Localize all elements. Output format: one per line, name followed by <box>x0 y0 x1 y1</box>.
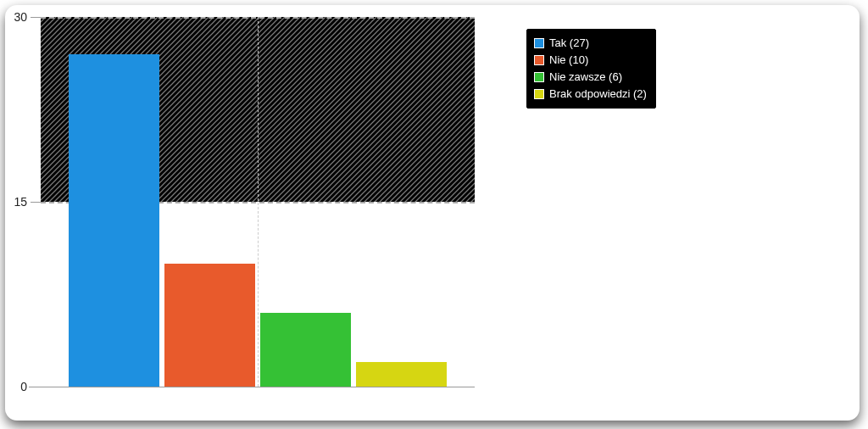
plot-area: 0 15 30 <box>41 17 475 387</box>
y-tick-label: 15 <box>14 195 27 209</box>
bar <box>69 54 159 387</box>
y-tick <box>31 387 41 387</box>
legend-label: Nie (10) <box>549 52 588 69</box>
bar <box>260 313 351 387</box>
legend-item: Tak (27) <box>534 35 647 52</box>
bar <box>356 362 447 387</box>
legend-label: Brak odpowiedzi (2) <box>549 86 647 103</box>
y-tick <box>31 202 41 203</box>
legend-item: Nie (10) <box>534 52 647 69</box>
y-tick <box>31 17 41 18</box>
legend-swatch <box>534 72 544 82</box>
gridline <box>41 17 475 19</box>
x-axis-baseline <box>29 387 475 387</box>
y-tick-label: 30 <box>14 10 27 24</box>
legend: Tak (27) Nie (10) Nie zawsze (6) Brak od… <box>526 29 656 109</box>
legend-swatch <box>534 38 544 48</box>
legend-item: Brak odpowiedzi (2) <box>534 86 647 103</box>
legend-label: Tak (27) <box>549 35 589 52</box>
legend-swatch <box>534 55 544 65</box>
chart-card: 0 15 30 Tak (27) Nie (10) Nie zawsze (6)… <box>5 5 860 421</box>
legend-item: Nie zawsze (6) <box>534 69 647 86</box>
bar <box>164 264 255 387</box>
y-tick-label: 0 <box>20 380 27 393</box>
legend-swatch <box>534 89 544 99</box>
legend-label: Nie zawsze (6) <box>549 69 622 86</box>
